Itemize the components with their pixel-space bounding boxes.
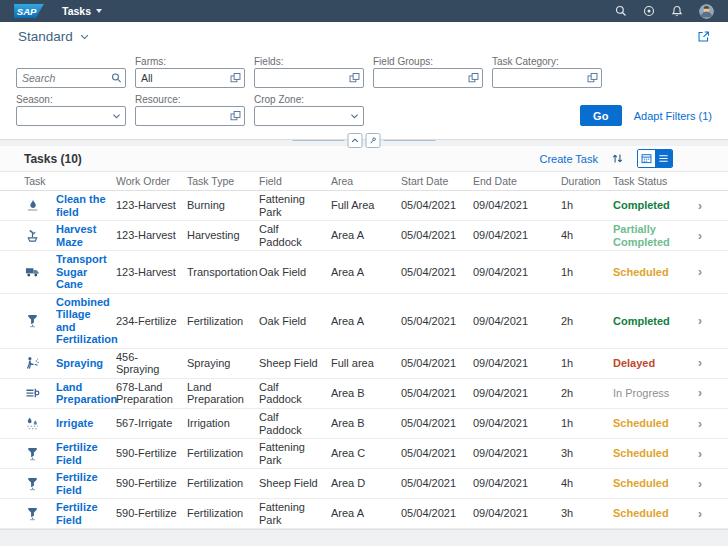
- farms-field[interactable]: All: [135, 68, 245, 88]
- row-chevron-icon[interactable]: ›: [698, 447, 728, 461]
- column-header-duration[interactable]: Duration: [561, 175, 613, 187]
- work-order-cell: 123-Harvest: [116, 199, 187, 212]
- go-button[interactable]: Go: [580, 105, 622, 126]
- task-name-link[interactable]: Transport Sugar Cane: [56, 253, 116, 291]
- copilot-icon[interactable]: [643, 5, 655, 17]
- season-select[interactable]: [16, 106, 126, 126]
- row-chevron-icon[interactable]: ›: [698, 229, 728, 243]
- work-order-cell: 123-Harvest: [116, 229, 187, 242]
- pin-header-icon[interactable]: [366, 133, 381, 148]
- page-header: Standard: [0, 22, 728, 50]
- app-title-menu[interactable]: Tasks: [62, 5, 102, 17]
- row-chevron-icon[interactable]: ›: [698, 386, 728, 400]
- task-name-link[interactable]: Fertilize Field: [56, 471, 116, 496]
- table-row[interactable]: Harvest Maze 123-Harvest Harvesting Calf…: [0, 221, 728, 251]
- value-help-icon[interactable]: [230, 111, 241, 122]
- resource-field[interactable]: [135, 106, 245, 126]
- variant-title[interactable]: Standard: [18, 29, 73, 44]
- area-cell: Full Area: [331, 199, 401, 212]
- collapse-header-icon[interactable]: [348, 133, 363, 148]
- column-header-end-date[interactable]: End Date: [473, 175, 561, 187]
- row-chevron-icon[interactable]: ›: [698, 265, 728, 279]
- column-header-task-type[interactable]: Task Type: [187, 175, 259, 187]
- table-row[interactable]: Transport Sugar Cane 123-Harvest Transpo…: [0, 251, 728, 294]
- area-cell: Area A: [331, 315, 401, 328]
- table-row[interactable]: Clean the field 123-Harvest Burning Fatt…: [0, 191, 728, 221]
- duration-cell: 3h: [561, 447, 613, 460]
- value-help-icon[interactable]: [349, 73, 360, 84]
- search-icon[interactable]: [615, 5, 627, 17]
- table-row[interactable]: Combined Tillage and Fertilization 234-F…: [0, 294, 728, 349]
- column-header-area[interactable]: Area: [331, 175, 401, 187]
- table-row[interactable]: Irrigate 567-Irrigate Irrigation Calf Pa…: [0, 409, 728, 439]
- transportation-icon: [16, 264, 40, 279]
- chevron-down-icon[interactable]: [79, 31, 90, 42]
- avatar[interactable]: [699, 4, 714, 19]
- create-task-button[interactable]: Create Task: [540, 153, 599, 165]
- status-badge: Scheduled: [613, 507, 689, 520]
- search-input[interactable]: [17, 69, 125, 87]
- status-badge: Completed: [613, 315, 689, 328]
- work-order-cell: 234-Fertilize: [116, 315, 187, 328]
- field-cell: Sheep Field: [259, 357, 331, 370]
- fertilization-icon: [16, 313, 40, 328]
- task-name-link[interactable]: Fertilize Field: [56, 501, 116, 526]
- notifications-icon[interactable]: [671, 5, 683, 17]
- row-chevron-icon[interactable]: ›: [698, 507, 728, 521]
- work-order-cell: 678-Land Preparation: [116, 381, 187, 406]
- row-chevron-icon[interactable]: ›: [698, 356, 728, 370]
- header-collapse-control: [293, 133, 436, 148]
- column-header-start-date[interactable]: Start Date: [401, 175, 473, 187]
- area-cell: Area A: [331, 507, 401, 520]
- task-name-link[interactable]: Irrigate: [56, 417, 116, 430]
- task-name-link[interactable]: Fertilize Field: [56, 441, 116, 466]
- crop-zone-select[interactable]: [254, 106, 364, 126]
- list-view-icon[interactable]: [655, 150, 672, 167]
- start-date-cell: 05/04/2021: [401, 477, 473, 490]
- task-name-link[interactable]: Clean the field: [56, 193, 116, 218]
- column-header-task[interactable]: Task: [16, 175, 116, 187]
- table-row[interactable]: Fertilize Field 590-Fertilize Fertilizat…: [0, 439, 728, 469]
- share-icon[interactable]: [697, 30, 710, 43]
- area-cell: Area A: [331, 266, 401, 279]
- status-badge: Completed: [613, 199, 689, 212]
- status-badge: Scheduled: [613, 477, 689, 490]
- table-row[interactable]: Spraying 456-Spraying Spraying Sheep Fie…: [0, 349, 728, 379]
- fields-field[interactable]: [254, 68, 364, 88]
- row-chevron-icon[interactable]: ›: [698, 477, 728, 491]
- row-chevron-icon[interactable]: ›: [698, 199, 728, 213]
- task-name-link[interactable]: Harvest Maze: [56, 223, 116, 248]
- filter-label-fields: Fields:: [254, 55, 364, 68]
- duration-cell: 1h: [561, 417, 613, 430]
- calendar-view-icon[interactable]: [638, 150, 655, 167]
- task-name-link[interactable]: Combined Tillage and Fertilization: [56, 296, 116, 346]
- column-header-task-status[interactable]: Task Status: [613, 175, 689, 187]
- end-date-cell: 09/04/2021: [473, 315, 561, 328]
- row-chevron-icon[interactable]: ›: [698, 314, 728, 328]
- column-header-field[interactable]: Field: [259, 175, 331, 187]
- work-order-cell: 456-Spraying: [116, 351, 187, 376]
- task-name-link[interactable]: Land Preparation: [56, 381, 116, 406]
- task-category-field[interactable]: [492, 68, 602, 88]
- sap-logo[interactable]: SAP: [14, 4, 44, 18]
- task-name-link[interactable]: Spraying: [56, 357, 116, 370]
- field-cell: Sheep Field: [259, 477, 331, 490]
- status-badge: Scheduled: [613, 447, 689, 460]
- column-header-work-order[interactable]: Work Order: [116, 175, 187, 187]
- adapt-filters-link[interactable]: Adapt Filters (1): [634, 110, 712, 122]
- start-date-cell: 05/04/2021: [401, 199, 473, 212]
- search-icon[interactable]: [111, 73, 122, 84]
- field-groups-field[interactable]: [373, 68, 483, 88]
- end-date-cell: 09/04/2021: [473, 229, 561, 242]
- table-row[interactable]: Fertilize Field 590-Fertilize Fertilizat…: [0, 499, 728, 529]
- value-help-icon[interactable]: [587, 73, 598, 84]
- row-chevron-icon[interactable]: ›: [698, 417, 728, 431]
- table-row[interactable]: Fertilize Field 590-Fertilize Fertilizat…: [0, 469, 728, 499]
- start-date-cell: 05/04/2021: [401, 387, 473, 400]
- chevron-down-icon[interactable]: [349, 111, 360, 122]
- table-row[interactable]: Land Preparation 678-Land Preparation La…: [0, 379, 728, 409]
- chevron-down-icon[interactable]: [111, 111, 122, 122]
- value-help-icon[interactable]: [230, 73, 241, 84]
- value-help-icon[interactable]: [468, 73, 479, 84]
- sort-icon[interactable]: [611, 152, 624, 165]
